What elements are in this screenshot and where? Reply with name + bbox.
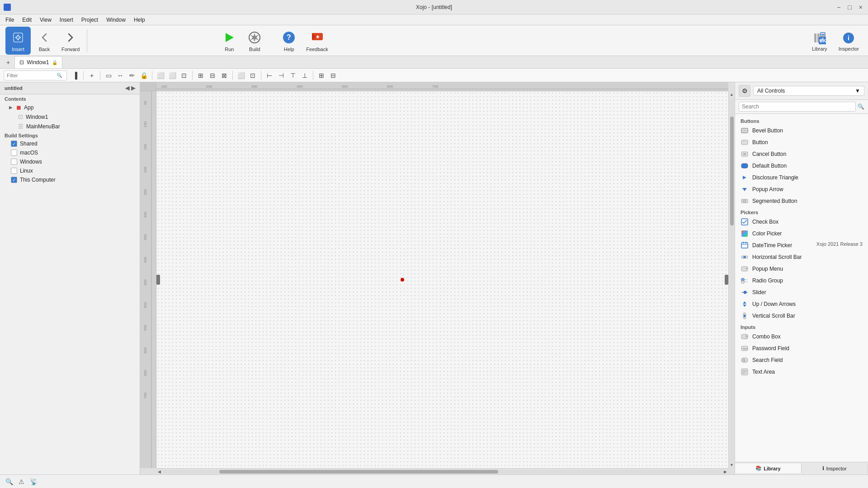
library-tab[interactable]: 📚 Library: [735, 464, 802, 473]
select-tool[interactable]: ▭: [103, 70, 114, 81]
tree-item-app[interactable]: ▶ ◼ App: [0, 103, 140, 112]
shared-check[interactable]: ✓: [11, 141, 17, 147]
add-control-button[interactable]: +: [86, 70, 97, 81]
build-item-shared[interactable]: ✓ Shared: [0, 139, 140, 148]
forward-button[interactable]: Forward: [58, 28, 83, 54]
menu-window[interactable]: Window: [103, 16, 129, 24]
grid-tool[interactable]: ⊟: [328, 70, 339, 81]
controls-search-input[interactable]: [739, 102, 856, 112]
control-popup-menu[interactable]: Popup Menu: [735, 263, 868, 275]
feedback-button[interactable]: ★ Feedback: [302, 28, 331, 54]
build-item-thiscomputer[interactable]: ✓ This Computer: [0, 175, 140, 184]
menu-file[interactable]: File: [2, 16, 18, 24]
size-control-2[interactable]: ⊡: [247, 70, 258, 81]
menu-edit[interactable]: Edit: [19, 16, 35, 24]
panel-nav-prev[interactable]: ◀: [125, 85, 129, 91]
control-radio-group[interactable]: Radio Group: [735, 275, 868, 286]
build-item-macos[interactable]: macOS: [0, 148, 140, 157]
vertical-scrollbar[interactable]: ▲ ▼: [728, 91, 735, 468]
menu-help[interactable]: Help: [130, 16, 149, 24]
library-button[interactable]: OK Library: [808, 28, 831, 53]
control-text-area[interactable]: Text Area: [735, 366, 868, 378]
build-button[interactable]: Build: [243, 28, 266, 54]
build-item-windows[interactable]: Windows: [0, 157, 140, 166]
align-left[interactable]: ⬜: [155, 70, 166, 81]
maximize-button[interactable]: □: [846, 4, 853, 11]
right-panel-top: ⚙ All Controls ▼: [735, 82, 868, 100]
control-combo-box[interactable]: Combo Box: [735, 331, 868, 343]
thiscomputer-check[interactable]: ✓: [11, 177, 17, 183]
align-center-v[interactable]: ⬜: [167, 70, 178, 81]
bottom-search-icon[interactable]: 🔍: [5, 478, 13, 485]
distribute-h[interactable]: ⊠: [219, 70, 230, 81]
tool-btn-1[interactable]: ▐: [70, 70, 80, 81]
canvas-handle-right[interactable]: [725, 275, 728, 285]
dock-tool[interactable]: ⊡: [179, 70, 189, 81]
control-button[interactable]: Button: [735, 136, 868, 148]
snap-tool[interactable]: ⊞: [316, 70, 327, 81]
build-item-linux[interactable]: Linux: [0, 166, 140, 175]
control-disclosure-triangle[interactable]: Disclosure Triangle: [735, 172, 868, 183]
run-button[interactable]: Run: [217, 28, 241, 54]
tree-item-window1[interactable]: ⊡ Window1: [0, 112, 140, 122]
control-up-down-arrows[interactable]: Up / Down Arrows: [735, 298, 868, 310]
resize-tool[interactable]: ↔: [115, 70, 126, 81]
bottom-signal-icon[interactable]: 📡: [30, 478, 38, 485]
controls-dropdown[interactable]: All Controls ▼: [753, 86, 864, 96]
filter-box[interactable]: 🔍: [4, 70, 67, 80]
control-check-box[interactable]: Check Box: [735, 216, 868, 228]
control-search-field[interactable]: Search Field: [735, 354, 868, 366]
horizontal-scrollbar[interactable]: ◀ ▶: [156, 468, 728, 474]
library-tab-label: Library: [764, 466, 780, 471]
ungroup-tool[interactable]: ⊟: [207, 70, 218, 81]
filter-search-icon: 🔍: [57, 73, 62, 78]
control-popup-arrow[interactable]: Popup Arrow: [735, 183, 868, 195]
insert-button[interactable]: Insert: [5, 27, 31, 55]
control-password-field[interactable]: •••• Password Field: [735, 343, 868, 354]
align-h-right[interactable]: ⊤: [288, 70, 298, 81]
windows-check[interactable]: [11, 159, 17, 165]
check-box-label: Check Box: [752, 219, 778, 225]
check-box-icon: [741, 218, 749, 226]
gear-button[interactable]: ⚙: [739, 85, 750, 97]
h-scroll-thumb[interactable]: [219, 470, 499, 474]
filter-input[interactable]: [7, 73, 57, 78]
add-tab-button[interactable]: +: [4, 56, 13, 68]
control-cancel-button[interactable]: Cancel Button: [735, 148, 868, 160]
canvas-handle-left[interactable]: [156, 275, 160, 285]
menu-view[interactable]: View: [36, 16, 55, 24]
control-horizontal-scrollbar[interactable]: Horizontal Scroll Bar: [735, 251, 868, 263]
control-vertical-scrollbar[interactable]: Vertical Scroll Bar: [735, 310, 868, 322]
control-segmented-button[interactable]: Segmented Button: [735, 195, 868, 207]
canvas-content[interactable]: [156, 91, 728, 468]
svg-text:i: i: [848, 34, 849, 42]
menu-project[interactable]: Project: [78, 16, 102, 24]
back-button[interactable]: Back: [33, 28, 56, 54]
control-slider[interactable]: Slider: [735, 286, 868, 298]
window1-tab[interactable]: ⊡ Window1 🔒: [14, 56, 62, 68]
help-button[interactable]: ? Help: [277, 28, 301, 54]
edit-tool[interactable]: ✏: [127, 70, 137, 81]
control-default-button[interactable]: Default Button: [735, 160, 868, 172]
linux-check[interactable]: [11, 168, 17, 174]
svg-text:200: 200: [143, 166, 147, 173]
menu-insert[interactable]: Insert: [56, 16, 77, 24]
panel-nav-next[interactable]: ▶: [131, 85, 135, 91]
close-button[interactable]: ×: [857, 4, 864, 11]
canvas-corner: [140, 82, 156, 91]
align-v-top[interactable]: ⊥: [299, 70, 310, 81]
control-bevel-button[interactable]: Bevel Button: [735, 125, 868, 136]
group-tool[interactable]: ⊞: [195, 70, 206, 81]
control-color-picker[interactable]: Color Picker: [735, 228, 868, 239]
bottom-warning-icon[interactable]: ⚠: [19, 478, 24, 485]
align-h-left[interactable]: ⊢: [264, 70, 275, 81]
inspector-tab[interactable]: ℹ Inspector: [802, 464, 868, 473]
align-h-center[interactable]: ⊣: [276, 70, 287, 81]
inspector-button[interactable]: i Inspector: [835, 28, 863, 53]
size-control[interactable]: ⬜: [236, 70, 246, 81]
v-scroll-thumb[interactable]: [730, 117, 734, 225]
tree-item-mainmenubar[interactable]: ☰ MainMenuBar: [0, 122, 140, 131]
lock-tool[interactable]: 🔒: [138, 70, 149, 81]
minimize-button[interactable]: −: [835, 4, 842, 11]
macos-check[interactable]: [11, 150, 17, 156]
